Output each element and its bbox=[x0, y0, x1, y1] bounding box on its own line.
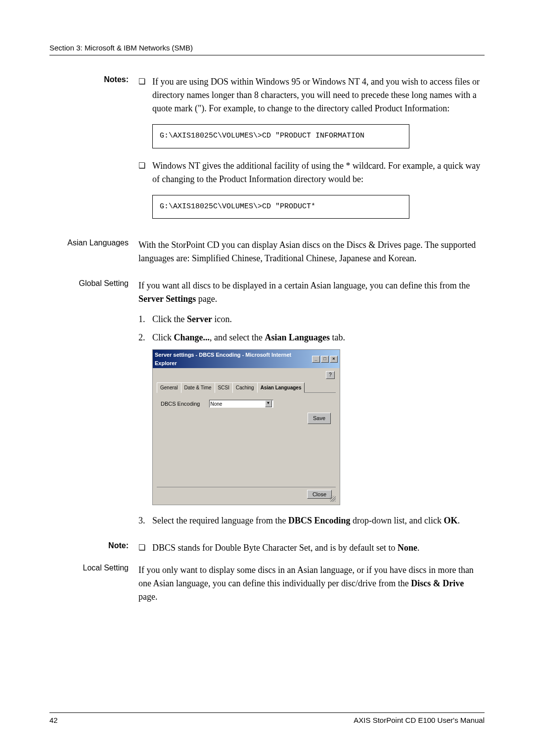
tab-date-time[interactable]: Date & Time bbox=[181, 382, 215, 393]
close-icon[interactable]: × bbox=[330, 356, 338, 363]
ol-num-3: 3. bbox=[138, 514, 152, 527]
ol-num-1: 1. bbox=[138, 313, 152, 326]
maximize-icon[interactable]: □ bbox=[321, 356, 329, 363]
bullet-icon: ❏ bbox=[138, 541, 152, 554]
notes-item-1: If you are using DOS within Windows 95 o… bbox=[152, 75, 485, 115]
ol-num-2: 2. bbox=[138, 331, 152, 344]
close-button[interactable]: Close bbox=[307, 490, 332, 499]
tab-caching[interactable]: Caching bbox=[232, 382, 258, 393]
help-icon[interactable]: ? bbox=[326, 371, 335, 379]
save-button[interactable]: Save bbox=[308, 413, 331, 424]
dbcs-encoding-select[interactable]: None ▼ bbox=[209, 400, 273, 408]
ol-text-3: Select the required language from the DB… bbox=[152, 514, 460, 527]
code-box-2: G:\AXIS18025C\VOLUMES\>CD "PRODUCT* bbox=[152, 195, 409, 219]
ol-text-1: Click the Server icon. bbox=[152, 313, 232, 326]
minimize-icon[interactable]: _ bbox=[312, 356, 320, 363]
tabs-row: General Date & Time SCSI Caching Asian L… bbox=[157, 382, 336, 393]
bullet-icon: ❏ bbox=[138, 75, 152, 88]
resize-handle-icon[interactable] bbox=[330, 496, 336, 502]
code-box-1: G:\AXIS18025C\VOLUMES\>CD "PRODUCT INFOR… bbox=[152, 124, 409, 148]
dbcs-label: DBCS Encoding bbox=[161, 400, 200, 408]
dialog-screenshot: Server settings - DBCS Encoding - Micros… bbox=[152, 349, 340, 505]
tab-general[interactable]: General bbox=[157, 382, 181, 393]
label-local-setting: Local Setting bbox=[49, 564, 138, 604]
window-title: Server settings - DBCS Encoding - Micros… bbox=[155, 351, 312, 367]
notes-item-2: Windows NT gives the additional facility… bbox=[152, 159, 485, 186]
section-header: Section 3: Microsoft & IBM Networks (SMB… bbox=[49, 44, 485, 55]
page-number: 42 bbox=[49, 716, 58, 724]
label-asian-languages: Asian Languages bbox=[49, 238, 138, 265]
window-titlebar: Server settings - DBCS Encoding - Micros… bbox=[153, 350, 340, 368]
chevron-down-icon[interactable]: ▼ bbox=[265, 400, 272, 407]
note-text: DBCS stands for Double Byte Character Se… bbox=[152, 541, 485, 555]
tab-asian-languages[interactable]: Asian Languages bbox=[257, 382, 305, 393]
bullet-icon: ❏ bbox=[138, 159, 152, 172]
footer-title: AXIS StorPoint CD E100 User's Manual bbox=[354, 716, 485, 724]
ol-text-2: Click Change..., and select the Asian La… bbox=[152, 331, 345, 344]
global-intro: If you want all discs to be displayed in… bbox=[138, 279, 485, 306]
label-notes: Notes: bbox=[49, 75, 138, 230]
tab-scsi[interactable]: SCSI bbox=[215, 382, 233, 393]
label-global-setting: Global Setting bbox=[49, 279, 138, 532]
local-setting-text: If you only want to display some discs i… bbox=[138, 564, 485, 604]
label-note: Note: bbox=[49, 541, 138, 555]
asian-languages-text: With the StorPoint CD you can display As… bbox=[138, 238, 485, 265]
